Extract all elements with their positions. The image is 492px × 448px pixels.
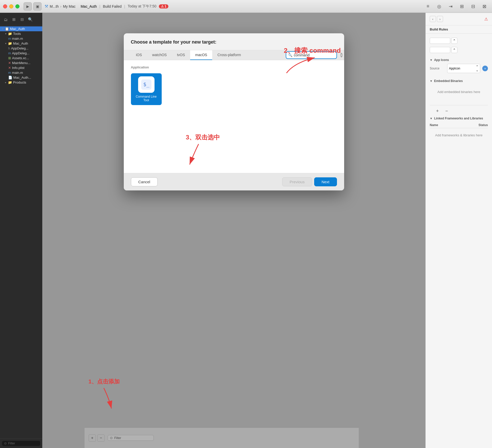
triangle-icon: ▼	[430, 79, 433, 83]
sidebar-item-main-m[interactable]: m main.m	[0, 70, 42, 75]
right-panel-title: Build Rules	[430, 27, 488, 31]
sidebar-hierarchy-btn[interactable]: ⊟	[18, 16, 26, 23]
app-icons-section: ▼ App Icons Source AppIcon ⌃⌄ +	[430, 58, 488, 73]
file-m-icon: m	[8, 71, 11, 75]
add-embedded-button[interactable]: +	[434, 107, 441, 115]
new-target-modal: Choose a template for your new target: i…	[124, 33, 344, 190]
sidebar-item-macauth-group[interactable]: ▾ 📁 Mac_Auth	[0, 41, 42, 46]
nav-fwd-button[interactable]: ›	[437, 16, 443, 22]
sidebar-filter-input[interactable]	[8, 442, 47, 445]
sidebar-item-main-m-tools[interactable]: m main.m	[0, 36, 42, 41]
modal-search-bar: 🔍 ✕	[286, 51, 337, 59]
search-input[interactable]	[294, 53, 339, 57]
search-clear-button[interactable]: ✕	[340, 53, 343, 57]
tab-ios[interactable]: iOS	[131, 50, 147, 60]
stepper-controls-2: ⌃	[430, 47, 488, 53]
build-failed-label: Build Failed	[103, 4, 121, 8]
add-source-button[interactable]: +	[482, 66, 488, 71]
plist-icon: ✕	[8, 66, 11, 70]
section-label: Application	[131, 65, 337, 69]
sidebar: 🗂 ⊞ ⊟ 🔍 ▾ 📋 Mac_Auth ▾ 📁 Tools m main.m	[0, 13, 42, 448]
nav-back-button[interactable]: ‹	[430, 16, 436, 22]
status-column-header: Status	[478, 123, 488, 127]
linked-frameworks-label: Linked Frameworks and Libraries	[434, 117, 483, 120]
sidebar-item-appdelegate-m[interactable]: m AppDeleg...	[0, 51, 42, 56]
breadcrumb-separator: ›	[60, 4, 61, 8]
frameworks-header-row: Name Status	[430, 122, 488, 128]
sidebar-item-label: AppDeleg...	[11, 46, 28, 50]
stepper-down-button[interactable]: ⌃	[451, 47, 457, 53]
svg-text:$_: $_	[143, 81, 150, 87]
next-button[interactable]: Next	[314, 177, 337, 186]
stepper-controls: ⌃	[430, 38, 488, 44]
remove-embedded-button[interactable]: −	[443, 107, 450, 115]
chevron-right-icon: ▸	[5, 81, 6, 84]
sidebar-item-label: Assets.xc...	[12, 56, 29, 60]
right-panel-header: ‹ › ⚠	[426, 13, 492, 25]
layout-toggle-button[interactable]: ▣	[33, 2, 42, 11]
file-h-icon: h	[8, 46, 10, 50]
folder-icon: 📁	[8, 32, 12, 36]
file-m-icon: m	[8, 37, 11, 40]
sidebar-item-macauth-root[interactable]: ▾ 📋 Mac_Auth	[0, 26, 42, 31]
editor-toggle-button[interactable]: ≡	[423, 2, 433, 11]
folder-icon: 📁	[8, 80, 12, 84]
file-plist-icon: ✕	[8, 61, 11, 65]
source-value: AppIcon	[449, 67, 460, 70]
right-panel-title-area: Build Rules	[426, 25, 492, 34]
filter-icon: ⊙	[4, 442, 7, 445]
tab-cross-platform[interactable]: Cross-platform	[212, 50, 246, 60]
close-button[interactable]	[3, 4, 7, 8]
title-bar-right: ≡ ◎ ⇥ ⊞ ⊟ ⊠	[423, 2, 489, 11]
stepper-up-button[interactable]: ⌃	[451, 38, 457, 44]
project-name[interactable]: M...th	[50, 4, 59, 8]
tab-macos[interactable]: macOS	[190, 50, 212, 60]
assistant-editor-button[interactable]: ⊟	[468, 2, 478, 11]
minimize-button[interactable]	[9, 4, 13, 8]
sidebar-item-products[interactable]: ▸ 📁 Products	[0, 80, 42, 85]
cancel-button[interactable]: Cancel	[131, 177, 158, 186]
traffic-lights[interactable]	[3, 4, 19, 8]
sidebar-bottom: ⊙ ↕ ✕	[0, 439, 42, 448]
back-forward-button[interactable]: ▶	[24, 2, 32, 11]
sidebar-search-btn[interactable]: 🔍	[27, 16, 34, 23]
title-bar: ▶ ▣ ⚒ M...th › My Mac Mac_Auth | Build F…	[0, 0, 492, 13]
activity-button[interactable]: ◎	[435, 2, 444, 11]
modal-overlay: Choose a template for your new target: i…	[42, 13, 425, 448]
sidebar-item-label: Mac_Auth...	[13, 76, 31, 79]
sidebar-folder-btn[interactable]: 🗂	[2, 16, 9, 23]
sidebar-merge-btn[interactable]: ⊞	[10, 16, 17, 23]
fullscreen-button[interactable]	[15, 4, 19, 8]
sidebar-item-label: Tools	[13, 32, 21, 36]
file-m-icon: m	[8, 51, 11, 55]
device-name[interactable]: My Mac	[63, 4, 76, 8]
sidebar-tree: ▾ 📋 Mac_Auth ▾ 📁 Tools m main.m ▾ 📁 Mac_…	[0, 25, 42, 439]
forward-button[interactable]: ⇥	[446, 2, 455, 11]
standard-editor-button[interactable]: ⊞	[457, 2, 466, 11]
folder-icon: 📁	[8, 42, 12, 45]
footer-nav-buttons: Previous Next	[282, 177, 337, 186]
modal-body: Application $_ Command Line Tool	[124, 60, 344, 173]
sidebar-item-infoplist[interactable]: ✕ Info.plist	[0, 65, 42, 70]
tab-tvos[interactable]: tvOS	[172, 50, 190, 60]
assets-icon: ⊞	[8, 56, 11, 60]
tab-watchos[interactable]: watchOS	[147, 50, 172, 60]
version-editor-button[interactable]: ⊠	[480, 2, 489, 11]
build-time-label: Today at 下午7:50	[128, 4, 156, 9]
template-command-line-tool[interactable]: $_ Command Line Tool	[131, 73, 162, 105]
window-controls: ▶ ▣	[24, 2, 42, 11]
modal-footer: Cancel Previous Next	[124, 173, 344, 190]
triangle-icon: ▼	[430, 117, 433, 120]
error-badge: ⚠ 1	[159, 4, 168, 8]
sidebar-item-mainmenu[interactable]: ✕ MainMenu...	[0, 60, 42, 65]
sidebar-item-macauth-file[interactable]: 📄 Mac_Auth...	[0, 75, 42, 80]
sidebar-item-appdelegate-h[interactable]: h AppDeleg...	[0, 46, 42, 51]
sidebar-item-assets[interactable]: ⊞ Assets.xc...	[0, 56, 42, 60]
select-chevron-icon: ⌃⌄	[476, 65, 478, 72]
chevron-down-icon: ▾	[2, 27, 3, 30]
project-icon: 📋	[5, 27, 9, 31]
source-select[interactable]: AppIcon ⌃⌄	[447, 64, 480, 73]
previous-button[interactable]: Previous	[282, 177, 312, 186]
right-panel-content: ⌃ ⌃ ▼ App Icons Source AppIcon ⌃⌄	[426, 34, 492, 448]
sidebar-item-tools[interactable]: ▾ 📁 Tools	[0, 31, 42, 36]
